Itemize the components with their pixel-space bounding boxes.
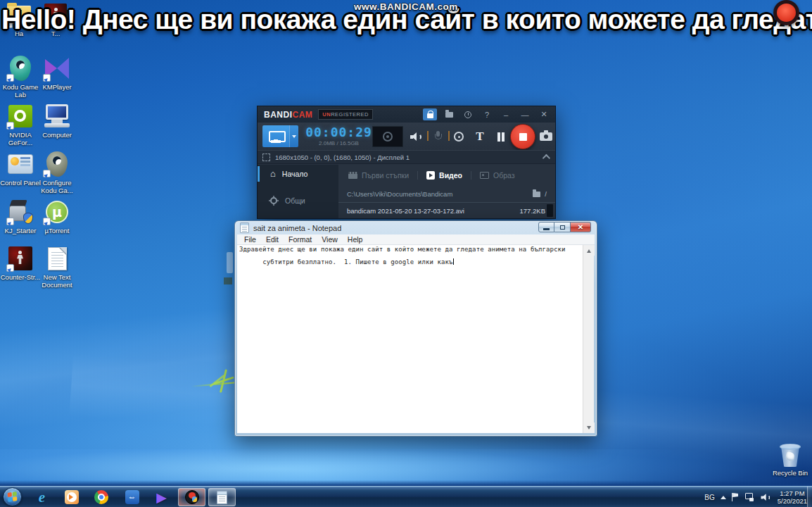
stop-recording-button[interactable] — [510, 124, 535, 149]
minimize-to-tray-button[interactable]: — — [518, 108, 532, 120]
shortcut-badge-icon — [43, 74, 51, 82]
menu-view[interactable]: View — [317, 235, 343, 244]
volume-icon[interactable] — [761, 494, 769, 501]
media-player-icon — [65, 490, 79, 504]
notepad-text-area[interactable]: Здравейте днес ще ви покажа един сайт в … — [237, 245, 583, 433]
language-indicator[interactable]: BG — [704, 494, 714, 501]
minimize-button[interactable] — [538, 222, 554, 232]
lock-button[interactable] — [423, 108, 437, 120]
gear-icon — [270, 197, 277, 204]
bandicam-titlebar[interactable]: BANDICAM UNREGISTERED ? – — ✕ — [258, 106, 555, 123]
monitor-icon — [269, 131, 283, 142]
recording-timer: 00:00:29 2.0MB / 16.5GB — [305, 125, 372, 146]
scroll-down-button[interactable] — [583, 423, 595, 433]
notepad-icon — [240, 223, 249, 233]
webcam-preview-box[interactable] — [372, 126, 403, 147]
notepad-icon — [217, 491, 227, 504]
desktop-icon-kmplayer[interactable]: KMPlayer — [37, 55, 77, 91]
computer-icon — [44, 104, 70, 128]
mouse-effects-button[interactable] — [450, 128, 467, 145]
taskbar-icon-bandicam[interactable] — [178, 488, 205, 506]
desktop-icon-label: µTorrent — [34, 227, 80, 234]
document-line-2: субтитри безплатно. 1. Пишете в google и… — [262, 258, 452, 265]
network-icon[interactable] — [745, 493, 754, 501]
taskbar-icon-internet-explorer[interactable]: e — [28, 488, 56, 506]
tab-video[interactable]: Видео — [426, 171, 462, 180]
capture-region-bar[interactable]: 1680x1050 - (0, 0), (1680, 1050) - Диспл… — [258, 150, 555, 164]
lock-icon — [427, 113, 433, 118]
wallpaper-sparkle-star — [213, 369, 234, 393]
tab-separator — [417, 171, 418, 180]
desktop-icon-utorrent[interactable]: µ µTorrent — [37, 199, 77, 234]
taskbar-icon-kmplayer[interactable]: ▶ — [148, 488, 175, 506]
tab-image[interactable]: Образ — [480, 171, 515, 180]
taskbar-icon-teamviewer[interactable]: ⇔ — [118, 488, 146, 506]
close-button[interactable]: ✕ — [571, 222, 591, 232]
screen-recording-mode-button[interactable] — [262, 125, 289, 147]
desktop-icon-nvidia[interactable]: NVIDIA GeFor... — [0, 103, 41, 146]
chevron-up-icon[interactable] — [543, 154, 550, 162]
microphone-button[interactable] — [429, 128, 446, 145]
shortcut-badge-icon — [43, 170, 51, 177]
pause-button[interactable] — [493, 128, 509, 145]
file-name: bandicam 2021-05-20 13-27-03-172.avi — [347, 207, 520, 215]
home-icon: ⌂ — [270, 170, 276, 177]
taskbar-icon-chrome[interactable] — [87, 488, 115, 506]
pause-icon — [497, 132, 505, 142]
menu-help[interactable]: Help — [343, 235, 368, 244]
desktop-icon-computer[interactable]: Computer — [37, 103, 77, 139]
sidebar-item-label: Общи — [285, 196, 305, 205]
arrow-up-icon — [587, 247, 591, 253]
desktop-icon-configure-kodu[interactable]: Configure Kodu Ga... — [37, 151, 77, 194]
scroll-up-button[interactable] — [583, 245, 595, 256]
text-document-icon — [48, 247, 67, 270]
bandicam-sidebar: ⌂ Начало Общи — [258, 165, 338, 218]
clock[interactable]: 1:27 PM 5/20/2021 — [778, 489, 807, 505]
text-tool-icon: T — [476, 130, 483, 144]
desktop-icon-new-text-document[interactable]: New Text Document — [37, 245, 77, 289]
schedule-button[interactable] — [461, 108, 475, 120]
menu-format[interactable]: Format — [284, 235, 317, 244]
text-overlay-button[interactable]: T — [471, 128, 488, 145]
action-center-flag-icon[interactable] — [732, 493, 740, 501]
bandicam-main-panel: Първи стъпки Видео Образ C:\Users\Viki\D… — [338, 165, 555, 218]
toolbar-divider — [427, 131, 429, 141]
clapperboard-icon — [348, 172, 357, 179]
output-folder-path[interactable]: C:\Users\Viki\Documents\Bandicam / — [338, 186, 555, 203]
restore-button[interactable] — [554, 222, 571, 232]
recording-mode-dropdown[interactable] — [289, 125, 298, 147]
close-button[interactable]: ✕ — [537, 108, 551, 120]
show-hidden-icons-button[interactable] — [721, 493, 726, 499]
close-icon: ✕ — [578, 223, 583, 231]
recycle-bin-icon — [779, 441, 801, 468]
taskbar-icon-notepad[interactable] — [208, 488, 236, 506]
open-folder-button[interactable] — [442, 108, 456, 120]
vertical-scrollbar[interactable] — [583, 245, 594, 433]
windows-logo-icon — [8, 492, 18, 502]
desktop-icon-kodu-game-lab[interactable]: Kodu Game Lab — [0, 55, 41, 99]
sidebar-item-general[interactable]: Общи — [258, 192, 338, 210]
desktop-icon-recycle-bin[interactable]: Recycle Bin — [770, 441, 811, 477]
taskbar-icon-media-player[interactable] — [58, 488, 85, 506]
help-button[interactable]: ? — [480, 108, 494, 120]
clock-date: 5/20/2021 — [778, 497, 807, 505]
desktop-icon-label: Recycle Bin — [767, 469, 812, 477]
recording-indicator-icon — [773, 0, 799, 25]
notepad-window: sait za animeta - Notepad ✕ File Edit Fo… — [234, 220, 597, 437]
arrow-down-icon — [587, 426, 591, 432]
partial-desktop-icon — [224, 252, 234, 289]
file-list-scrollbar[interactable] — [547, 204, 553, 217]
start-button[interactable] — [3, 487, 22, 506]
menu-file[interactable]: File — [239, 235, 261, 244]
menu-edit[interactable]: Edit — [261, 235, 284, 244]
tab-first-steps[interactable]: Първи стъпки — [348, 171, 409, 180]
sidebar-item-home[interactable]: ⌂ Начало — [258, 165, 338, 183]
recorded-file-row[interactable]: bandicam 2021-05-20 13-27-03-172.avi 177… — [338, 203, 545, 218]
wallpaper-edge — [0, 480, 812, 486]
internet-explorer-icon: e — [39, 489, 45, 506]
screenshot-button[interactable] — [538, 128, 554, 145]
shortcut-badge-icon — [43, 218, 51, 225]
speaker-button[interactable] — [407, 128, 424, 145]
show-desktop-button[interactable] — [807, 487, 812, 507]
minimize-button[interactable]: – — [499, 108, 513, 120]
